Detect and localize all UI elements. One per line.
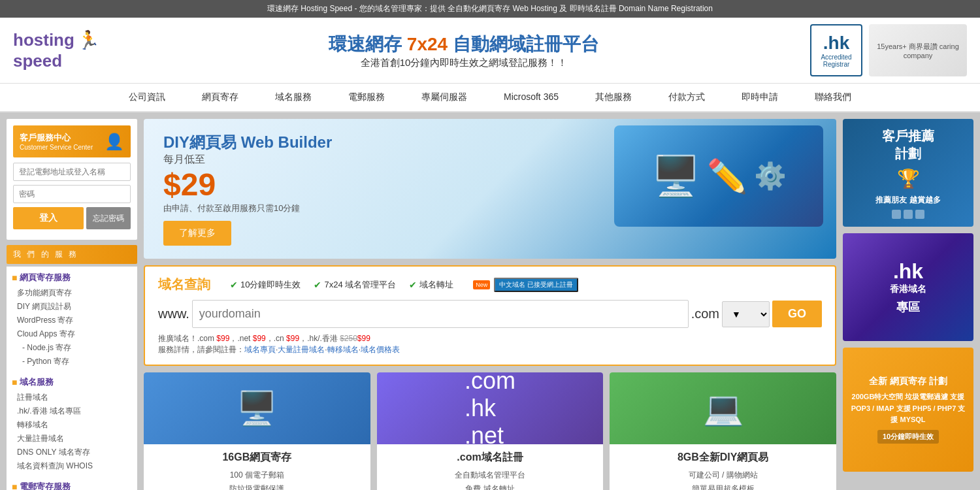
right-sidebar: 客戶推薦 計劃 🏆 推薦朋友 越賞越多 .hk 香港域名 專區 全新 網頁寄存 … (843, 119, 973, 490)
pencil-icon: ✏️ (707, 157, 747, 195)
menu-item-whois[interactable]: 域名資料查詢 WHOIS (7, 459, 137, 473)
menu-item-bulk-domain[interactable]: 大量註冊域名 (7, 432, 137, 446)
main-content: 客戶服務中心 Customer Service Center 👤 登入 忘記密碼… (0, 112, 980, 490)
sidebar-title: 客戶服務中心 (20, 132, 93, 144)
header-banner: 環速網存 7x24 自動網域註冊平台 全港首創10分鐘內即時生效之網域登記服務！… (118, 32, 810, 69)
referral-title: 客戶推薦 (882, 127, 934, 145)
domain-card-list: 全自動域名管理平台 免費 域名轉址 免費 電郵轉寄 免費 DNS 寄存 域名停泊… (384, 468, 597, 490)
domain-search-title: 域名查詢 (158, 276, 210, 293)
banner-title-3: 自動網域註冊平台 (453, 34, 599, 54)
login-button[interactable]: 登入 (13, 207, 84, 229)
hero-cta-button[interactable]: 了解更多 (163, 221, 231, 246)
nav-item-microsoft[interactable]: Microsoft 365 (485, 84, 577, 111)
hosting-card-title: 16GB網頁寄存 (150, 451, 364, 465)
service-section-label: 我 們 的 服 務 (7, 245, 137, 264)
sidebar-menu: ■ 網頁寄存服務 多功能網頁寄存 DIY 網頁設計易 WordPress 寄存 … (7, 267, 137, 490)
menu-item-nodejs[interactable]: - Node.js 寄存 (7, 341, 137, 355)
menu-email-label: 電郵寄存服務 (20, 481, 71, 490)
sidebar-header: 客戶服務中心 Customer Service Center 👤 (13, 125, 131, 157)
new-badge: New (473, 280, 490, 289)
diy-feature-2: 簡單易用超多模板 (616, 482, 830, 490)
login-btn-row: 登入 忘記密碼 (13, 207, 131, 229)
domain-card-image: .com.hk.net (377, 372, 604, 444)
check-icon-1: ✔ (230, 280, 238, 290)
menu-item-multihosting[interactable]: 多功能網頁寄存 (7, 286, 137, 300)
nav-item-server[interactable]: 專屬伺服器 (403, 84, 485, 111)
hero-price-text: $29 (163, 167, 216, 202)
promo-hk-box: .hk 香港域名 專區 (843, 233, 973, 341)
hero-image: 🖥️ ✏️ ⚙️ (614, 125, 823, 227)
domain-search: 域名查詢 ✔ 10分鐘即時生效 ✔ 7x24 域名管理平台 ✔ 域名轉址 (144, 265, 836, 366)
hosting-plan-desc: 200GB特大空間 垃圾電郵過濾 支援 POP3 / IMAP 支援 PHP5 … (849, 391, 967, 426)
menu-item-register-domain[interactable]: 註冊域名 (7, 391, 137, 404)
transfer-domain-link[interactable]: 轉移域名 (327, 345, 359, 354)
hk-badge: .hk Accredited Registrar (810, 24, 862, 76)
domain-check-items: ✔ 10分鐘即時生效 ✔ 7x24 域名管理平台 ✔ 域名轉址 (230, 279, 453, 291)
menu-item-wordpress[interactable]: WordPress 寄存 (7, 314, 137, 327)
menu-item-hk-domain[interactable]: .hk/.香港 域名專區 (7, 404, 137, 418)
logo-speed: speed (13, 51, 62, 71)
password-input[interactable] (13, 185, 131, 203)
hero-banner: DIY網頁易 Web Builder 每月低至 $29 由申請、付款至啟用服務只… (144, 119, 836, 259)
top-banner: 環速網存 Hosting Speed - 您的域名管理專家：提供 全自動化網頁寄… (0, 0, 980, 18)
nav-item-company[interactable]: 公司資訊 (110, 84, 184, 111)
nav-item-domain[interactable]: 域名服務 (257, 84, 330, 111)
bullet-icon-2: ■ (12, 377, 17, 387)
hk-domain-label: 專區 (896, 299, 920, 315)
sidebar-login-section: 客戶服務中心 Customer Service Center 👤 登入 忘記密碼 (7, 119, 137, 240)
menu-item-dns-only[interactable]: DNS ONLY 域名寄存 (7, 446, 137, 459)
hero-price: $29 (163, 167, 332, 203)
sidebar: 客戶服務中心 Customer Service Center 👤 登入 忘記密碼… (7, 119, 137, 490)
logo-hosting: hosting (13, 30, 74, 50)
nav-item-hosting[interactable]: 網頁寄存 (184, 84, 257, 111)
cn-badge-area: New 中文域名 已接受網上註冊 (473, 278, 578, 292)
domain-price-link[interactable]: 域名價格表 (361, 345, 400, 354)
nav-item-contact[interactable]: 聯絡我們 (796, 84, 870, 111)
email-input[interactable] (13, 163, 131, 181)
menu-title-domain[interactable]: ■ 域名服務 (7, 374, 137, 391)
nav-item-apply[interactable]: 即時申請 (723, 84, 796, 111)
menu-item-python[interactable]: - Python 寄存 (7, 355, 137, 368)
check-label-2: 7x24 域名管理平台 (324, 279, 396, 291)
domain-card-title: .com域名註冊 (384, 451, 597, 465)
menu-title-hosting[interactable]: ■ 網頁寄存服務 (7, 269, 137, 286)
menu-hosting-label: 網頁寄存服務 (20, 272, 71, 284)
nav-item-payment[interactable]: 付款方式 (650, 84, 723, 111)
diy-feature-1: 可建公司 / 購物網站 (616, 468, 830, 482)
hosting-card-image: 🖥️ (144, 372, 370, 444)
check-item-3: ✔ 域名轉址 (409, 279, 453, 291)
forget-password-button[interactable]: 忘記密碼 (86, 207, 131, 229)
service-cards: 🖥️ 16GB網頁寄存 100 個電子郵箱 防垃圾電郵保護 支援PHP5,7,8… (144, 372, 836, 490)
domain-search-header: 域名查詢 ✔ 10分鐘即時生效 ✔ 7x24 域名管理平台 ✔ 域名轉址 (158, 276, 822, 293)
domain-input-row: www. .com ▼ .com .net .hk .cn GO (158, 300, 822, 328)
hk-domain-title: .hk (893, 259, 923, 284)
diy-card-image: 💻 (610, 372, 836, 444)
domain-input[interactable] (192, 300, 689, 328)
cn-domain-button[interactable]: 中文域名 已接受網上註冊 (494, 278, 578, 292)
bulk-domain-link[interactable]: 大量註冊域名 (278, 345, 325, 354)
check-icon-3: ✔ (409, 280, 417, 290)
header: hosting 🏃 speed 環速網存 7x24 自動網域註冊平台 全港首創1… (0, 18, 980, 84)
banner-title-1: 環速網存 (329, 34, 402, 54)
promo-net-price: $99 (253, 334, 266, 343)
caring-text: 15years+ 商界最讚 caring company (873, 42, 963, 59)
diy-card-body: 8GB全新DIY網頁易 可建公司 / 購物網站 簡單易用超多模板 支援多國語言,… (610, 444, 836, 490)
promo-cn-price: $99 (286, 334, 299, 343)
user-icon: 👤 (105, 133, 124, 151)
domain-go-button[interactable]: GO (772, 301, 822, 327)
domain-tld-select[interactable]: ▼ .com .net .hk .cn (722, 301, 770, 327)
diy-card-list: 可建公司 / 購物網站 簡單易用超多模板 支援多國語言,SEO搜索引擎 支援各社… (616, 468, 830, 490)
diy-card-icon: 💻 (703, 389, 743, 427)
check-label-3: 域名轉址 (419, 279, 453, 291)
domain-page-link[interactable]: 域名專頁 (244, 345, 276, 354)
menu-item-diy[interactable]: DIY 網頁設計易 (7, 300, 137, 314)
referral-desc: 推薦朋友 越賞越多 (875, 195, 940, 206)
nav-item-other[interactable]: 其他服務 (577, 84, 650, 111)
hosting-feature-1: 100 個電子郵箱 (150, 468, 364, 482)
check-icon-2: ✔ (314, 280, 321, 290)
nav-item-email[interactable]: 電郵服務 (330, 84, 403, 111)
menu-item-transfer-domain[interactable]: 轉移域名 (7, 418, 137, 432)
menu-title-email[interactable]: ■ 電郵寄存服務 (7, 478, 137, 490)
domain-promo: 推廣域名！.com $99，.net $99，.cn $99，.hk/.香港 $… (158, 333, 822, 344)
menu-item-cloudapps[interactable]: Cloud Apps 寄存 (7, 327, 137, 341)
